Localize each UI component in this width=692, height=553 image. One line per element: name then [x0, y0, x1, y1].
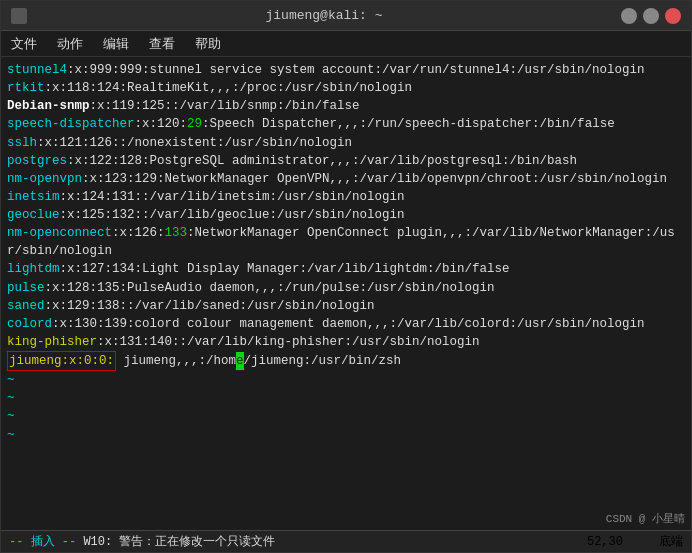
list-item: lightdm:x:127:134:Light Display Manager:…	[7, 260, 685, 278]
list-item: inetsim:x:124:131::/var/lib/inetsim:/usr…	[7, 188, 685, 206]
window-icon	[11, 8, 27, 24]
tilde-line: ~	[7, 407, 685, 425]
menu-file[interactable]: 文件	[7, 33, 41, 55]
window-title: jiumeng@kali: ~	[27, 8, 621, 23]
list-item: saned:x:129:138::/var/lib/saned:/usr/sbi…	[7, 297, 685, 315]
list-item: nm-openvpn:x:123:129:NetworkManager Open…	[7, 170, 685, 188]
list-item: stunnel4:x:999:999:stunnel service syste…	[7, 61, 685, 79]
terminal-body[interactable]: stunnel4:x:999:999:stunnel service syste…	[1, 57, 691, 530]
list-item: rtkit:x:118:124:RealtimeKit,,,:/proc:/us…	[7, 79, 685, 97]
tilde-line: ~	[7, 371, 685, 389]
list-item: sslh:x:121:126::/nonexistent:/usr/sbin/n…	[7, 134, 685, 152]
titlebar-buttons	[621, 8, 681, 24]
cursor-position: 52,30	[587, 535, 623, 549]
menu-help[interactable]: 帮助	[191, 33, 225, 55]
menu-view[interactable]: 查看	[145, 33, 179, 55]
terminal-content: stunnel4:x:999:999:stunnel service syste…	[7, 61, 685, 444]
tilde-line: ~	[7, 389, 685, 407]
list-item: postgres:x:122:128:PostgreSQL administra…	[7, 152, 685, 170]
status-right: 52,30 底端	[587, 533, 683, 550]
maximize-button[interactable]	[643, 8, 659, 24]
watermark: CSDN @ 小星晴	[606, 511, 685, 526]
tilde-line: ~	[7, 426, 685, 444]
list-item: king-phisher:x:131:140::/var/lib/king-ph…	[7, 333, 685, 351]
close-button[interactable]	[665, 8, 681, 24]
jiumeng-line: jiumeng:x:0:0: jiumeng,,,:/home/jiumeng:…	[7, 351, 685, 371]
list-item: speech-dispatcher:x:120:29:Speech Dispat…	[7, 115, 685, 133]
titlebar: jiumeng@kali: ~	[1, 1, 691, 31]
menubar: 文件 动作 编辑 查看 帮助	[1, 31, 691, 57]
list-item: Debian-snmp:x:119:125::/var/lib/snmp:/bi…	[7, 97, 685, 115]
statusbar: -- 插入 -- W10: 警告：正在修改一个只读文件 52,30 底端	[1, 530, 691, 552]
status-message: -- 插入 -- W10: 警告：正在修改一个只读文件	[9, 533, 275, 550]
list-item: colord:x:130:139:colord colour managemen…	[7, 315, 685, 333]
list-item: geoclue:x:125:132::/var/lib/geoclue:/usr…	[7, 206, 685, 224]
minimize-button[interactable]	[621, 8, 637, 24]
list-item: nm-openconnect:x:126:133:NetworkManager …	[7, 224, 685, 260]
menu-edit[interactable]: 编辑	[99, 33, 133, 55]
menu-action[interactable]: 动作	[53, 33, 87, 55]
list-item: pulse:x:128:135:PulseAudio daemon,,,:/ru…	[7, 279, 685, 297]
titlebar-left	[11, 8, 27, 24]
status-mode-label: 底端	[659, 535, 683, 549]
terminal-window: jiumeng@kali: ~ 文件 动作 编辑 查看 帮助 stunnel4:…	[0, 0, 692, 553]
